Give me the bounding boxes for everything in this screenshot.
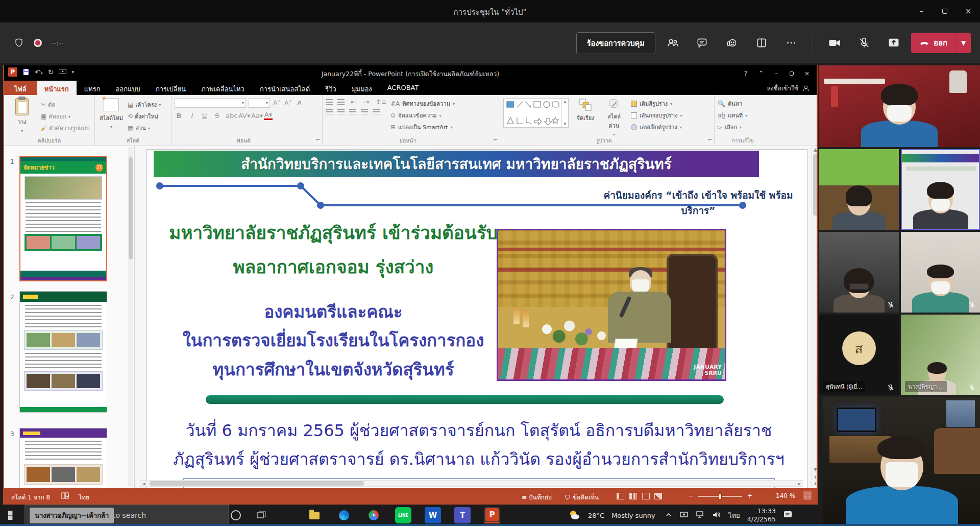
cortana-icon[interactable] [231, 510, 241, 520]
vscroll-thumb[interactable] [813, 154, 817, 216]
find-button[interactable]: 🔍ค้นหา [718, 99, 768, 108]
grow-font-button[interactable]: A˄ [273, 99, 281, 107]
zoom-out-button[interactable]: − [688, 492, 693, 499]
edge-icon[interactable] [336, 507, 352, 523]
ppt-close-button[interactable]: × [799, 69, 815, 77]
more-actions-button[interactable] [779, 31, 803, 55]
text-shadow-button[interactable]: abc [226, 112, 234, 119]
zoom-slider[interactable] [698, 496, 742, 497]
arrange-button[interactable]: จัดเรียง [574, 98, 597, 137]
reactions-button[interactable] [720, 31, 744, 55]
select-button[interactable]: ▻เลือก▾ [718, 123, 768, 132]
horizontal-scrollbar[interactable]: ◄► [140, 480, 803, 487]
slide-canvas[interactable]: สำนักวิทยบริการและเทคโนโลยีสารสนเทศ มหาว… [146, 149, 807, 488]
cut-button[interactable]: ✂ตัด [41, 100, 90, 109]
proofing-icon[interactable] [61, 492, 70, 500]
numbering-button[interactable] [337, 99, 345, 105]
new-slide-button[interactable]: สไลด์ใหม่▾ [98, 98, 125, 137]
start-button[interactable] [8, 511, 17, 520]
font-dialog-launcher[interactable]: ⌐ [315, 136, 320, 142]
ppt-restore-button[interactable] [784, 69, 799, 77]
align-right-button[interactable] [349, 109, 356, 114]
tab-animations[interactable]: ภาพเคลื่อนไหว [193, 81, 252, 95]
fit-to-window-button[interactable]: ⛶ [803, 491, 812, 500]
cast-icon[interactable] [679, 511, 689, 520]
tab-insert[interactable]: แทรก [77, 81, 108, 95]
powerpoint-taskbar-icon[interactable]: P [484, 507, 500, 523]
status-language[interactable]: ไทย [79, 492, 89, 502]
participants-button[interactable] [660, 31, 685, 55]
chat-button[interactable] [690, 31, 715, 55]
tray-language[interactable]: ไทย [728, 510, 740, 521]
tab-home[interactable]: หน้าแรก [37, 81, 77, 95]
next-slide-button[interactable]: ↡ [814, 481, 817, 486]
paste-button[interactable]: วาง▾ [7, 98, 37, 137]
line-app-icon[interactable]: LINE [395, 507, 411, 523]
minimize-button[interactable]: – [910, 0, 933, 22]
zoom-in-button[interactable]: + [747, 492, 752, 499]
justify-button[interactable] [361, 109, 368, 114]
video-tile-7[interactable]: นางปพิชญา ... [901, 315, 980, 395]
shape-fill-button[interactable]: เติมสีรูปร่าง▾ [631, 99, 682, 108]
character-spacing-button[interactable]: AV▾ [238, 112, 247, 119]
comments-button[interactable]: 🗩 ข้อคิดเห็น [565, 492, 599, 502]
slide-thumbnail-3[interactable] [19, 428, 107, 488]
ppt-minimize-button[interactable]: – [769, 69, 784, 77]
word-icon[interactable]: W [425, 507, 441, 523]
drawing-dialog-launcher[interactable]: ⌐ [707, 136, 712, 142]
smartart-button[interactable]: ⊞แปลงเป็น SmartArt▾ [390, 123, 455, 132]
hidden-icons-chevron[interactable] [665, 511, 672, 520]
leave-options-chevron[interactable]: ▼ [955, 33, 971, 53]
taskbar-clock[interactable]: 13:33 4/2/2565 [747, 507, 776, 523]
slide-thumbnail-2[interactable] [19, 291, 107, 413]
leave-button[interactable]: ออก ▼ [911, 33, 971, 53]
reading-view-button[interactable] [642, 493, 650, 499]
teams-icon[interactable]: T [454, 507, 471, 523]
replace-button[interactable]: ab̲แทนที่▾ [718, 111, 768, 120]
clear-formatting-button[interactable]: A̸ [295, 99, 304, 107]
breakout-rooms-button[interactable] [749, 31, 774, 55]
quick-styles-button[interactable]: สไตล์ด่วน▾ [602, 98, 626, 137]
share-screen-button[interactable] [881, 31, 906, 55]
slide-thumbnail-1[interactable]: จัดหมายข่าว 27 [19, 156, 107, 281]
section-button[interactable]: ▦ส่วน ▾ [128, 124, 161, 133]
tab-design[interactable]: ออกแบบ [108, 81, 148, 95]
reset-button[interactable]: ⟲ตั้งค่าใหม่ [128, 112, 161, 121]
bold-button[interactable]: B [175, 112, 183, 119]
slide-photo[interactable]: JANUARYSRRU [497, 229, 726, 381]
scroll-up-arrow[interactable]: ▲ [814, 147, 817, 152]
video-tile-1[interactable] [819, 65, 980, 147]
copy-button[interactable]: ▣คัดลอก ▾ [41, 112, 90, 121]
tab-transitions[interactable]: การเปลี่ยน [148, 81, 193, 95]
help-button[interactable]: ? [738, 69, 753, 77]
paragraph-dialog-launcher[interactable]: ⌐ [493, 136, 498, 142]
increase-indent-button[interactable]: ⇥ [362, 98, 371, 106]
strikethrough-button[interactable]: S [213, 112, 222, 119]
align-left-button[interactable] [326, 109, 333, 114]
line-spacing-button[interactable]: ↕≡ [376, 98, 384, 106]
tab-slideshow[interactable]: การนำเสนอสไลด์ [252, 81, 317, 95]
zoom-slider-thumb[interactable] [719, 493, 722, 499]
text-direction-button[interactable]: ⇵Aทิศทางของข้อความ▾ [390, 99, 455, 108]
align-center-button[interactable] [337, 109, 345, 114]
change-case-button[interactable]: Aa▾ [251, 112, 260, 119]
video-tile-4[interactable] [819, 232, 899, 313]
font-color-button[interactable]: A▾ [264, 111, 273, 120]
shrink-font-button[interactable]: A˅ [284, 99, 292, 107]
italic-button[interactable]: I [187, 112, 196, 119]
scroll-left-arrow[interactable]: ◄ [142, 481, 145, 486]
scroll-right-arrow[interactable]: ► [798, 481, 801, 486]
align-text-button[interactable]: ⊜จัดแนวข้อความ▾ [390, 111, 455, 120]
font-name-combobox[interactable]: ▾ [175, 98, 246, 108]
microphone-muted-button[interactable] [852, 31, 876, 55]
video-tile-3-active-speaker[interactable] [901, 149, 980, 230]
shape-outline-button[interactable]: เส้นกรอบรูปร่าง▾ [631, 111, 682, 120]
network-icon[interactable] [696, 511, 705, 520]
thumbnail-scrollbar[interactable] [128, 147, 133, 487]
video-tile-2[interactable] [819, 149, 899, 230]
ribbon-display-button[interactable]: ⌃ [753, 69, 769, 77]
hscroll-thumb[interactable] [150, 481, 364, 486]
shapes-scrollbar[interactable]: ▲▼ [561, 99, 568, 127]
request-control-button[interactable]: ร้องขอการควบคุม [576, 32, 655, 54]
shapes-gallery[interactable]: ▲▼ [503, 98, 569, 128]
